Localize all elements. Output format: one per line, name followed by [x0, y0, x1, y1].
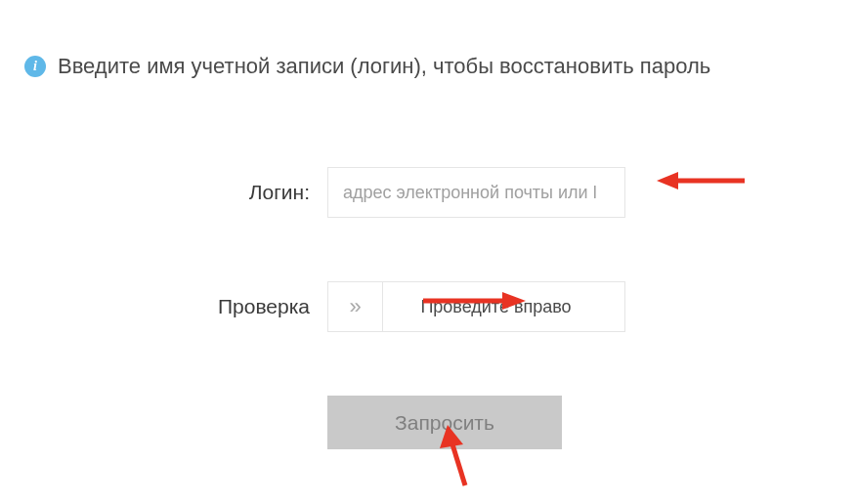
submit-row: Запросить: [0, 396, 858, 449]
login-row: Логин:: [0, 167, 858, 218]
svg-line-4: [452, 444, 465, 485]
slider-handle[interactable]: »: [328, 282, 383, 331]
login-label: Логин:: [0, 181, 327, 204]
verify-label: Проверка: [0, 295, 327, 318]
info-bar: i Введите имя учетной записи (логин), чт…: [0, 0, 858, 79]
info-text: Введите имя учетной записи (логин), чтоб…: [58, 54, 710, 79]
slider-hint: Проведите вправо: [420, 297, 571, 317]
info-icon: i: [24, 56, 46, 77]
submit-button[interactable]: Запросить: [327, 396, 562, 449]
captcha-slider[interactable]: » Проведите вправо: [327, 281, 625, 332]
login-input[interactable]: [327, 167, 625, 218]
verify-row: Проверка » Проведите вправо: [0, 281, 858, 332]
password-recovery-form: Логин: Проверка » Проведите вправо Запро…: [0, 167, 858, 449]
